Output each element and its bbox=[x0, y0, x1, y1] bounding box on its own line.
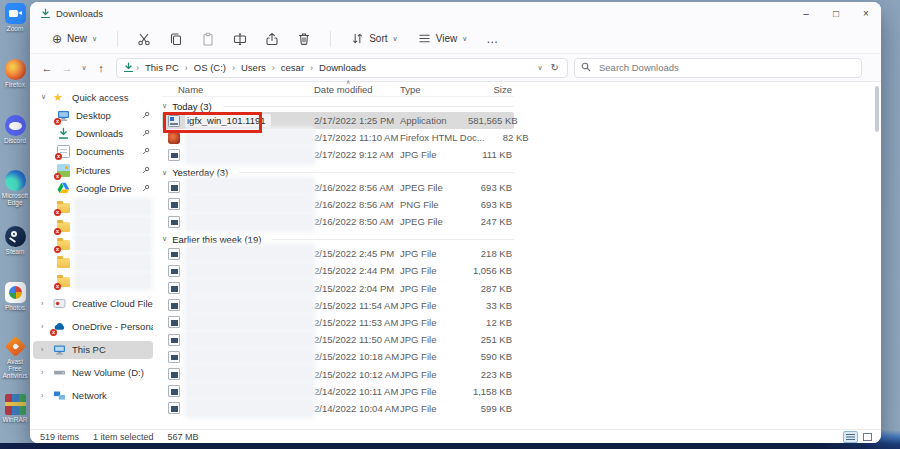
sidebar-item-new-volume[interactable]: › New Volume (D:) bbox=[33, 364, 153, 382]
file-row[interactable]: 2/15/2022 10:12 AM JPG File 223 KB bbox=[162, 365, 514, 382]
group-header-earlier-this-week[interactable]: ∨ Earlier this week (19) bbox=[162, 233, 514, 245]
sidebar-item-desktop[interactable]: x Desktop bbox=[33, 106, 153, 124]
back-button[interactable]: ← bbox=[38, 62, 56, 74]
sidebar-item-downloads[interactable]: Downloads bbox=[33, 124, 153, 142]
shortcut-steam[interactable]: Steam bbox=[0, 226, 30, 255]
rename-button[interactable] bbox=[226, 28, 254, 50]
column-date-modified[interactable]: ∧ Date modified bbox=[314, 84, 400, 95]
copy-button[interactable] bbox=[162, 28, 190, 50]
shortcut-discord[interactable]: Discord bbox=[0, 115, 30, 144]
group-header-today[interactable]: ∨ Today (3) bbox=[162, 100, 514, 112]
sidebar-item-redacted-folder[interactable] bbox=[33, 253, 153, 271]
shortcut-photos[interactable]: Photos bbox=[0, 282, 30, 311]
redacted-label bbox=[76, 236, 150, 251]
share-button[interactable] bbox=[258, 28, 286, 50]
sidebar-item-this-pc[interactable]: › This PC bbox=[33, 341, 153, 359]
search-input[interactable] bbox=[574, 58, 862, 78]
chevron-expanded-icon[interactable]: ∨ bbox=[41, 93, 53, 101]
crumb-users[interactable]: Users bbox=[237, 62, 270, 73]
column-name[interactable]: Name bbox=[162, 84, 314, 95]
title-bar[interactable]: Downloads – □ × bbox=[30, 2, 881, 24]
redacted-file-name bbox=[187, 400, 313, 416]
file-type: JPG File bbox=[400, 248, 468, 259]
file-size: 1,158 KB bbox=[468, 386, 512, 397]
shortcut-avast[interactable]: Avast Free Antivirus bbox=[0, 336, 30, 379]
trash-icon bbox=[297, 32, 311, 46]
file-row[interactable]: 2/15/2022 11:53 AM JPG File 12 KB bbox=[162, 314, 514, 331]
sidebar-item-redacted-folder[interactable]: x bbox=[33, 216, 153, 234]
chevron-collapsed-icon[interactable]: › bbox=[41, 369, 53, 376]
window-title: Downloads bbox=[56, 8, 103, 19]
group-header-yesterday[interactable]: ∨ Yesterday (3) bbox=[162, 167, 514, 179]
search-box[interactable] bbox=[574, 57, 862, 78]
cut-button[interactable] bbox=[130, 28, 158, 50]
shortcut-label: Photos bbox=[5, 304, 25, 311]
recent-locations-button[interactable]: ∨ bbox=[78, 64, 90, 72]
sidebar-item-redacted-folder[interactable]: x bbox=[33, 235, 153, 253]
column-size[interactable]: Size bbox=[468, 84, 512, 95]
shortcut-edge[interactable]: Microsoft Edge bbox=[0, 170, 30, 206]
file-row[interactable]: 2/17/2022 9:12 AM JPG File 111 KB bbox=[162, 146, 514, 163]
sidebar-item-network[interactable]: › Network bbox=[33, 387, 153, 405]
crumb-cesar[interactable]: cesar bbox=[277, 62, 308, 73]
file-row[interactable]: 2/14/2022 10:04 AM JPG File 599 KB bbox=[162, 400, 514, 417]
pin-icon bbox=[141, 184, 151, 193]
sidebar-item-documents[interactable]: x Documents bbox=[33, 143, 153, 161]
forward-button[interactable]: → bbox=[58, 62, 76, 74]
file-row[interactable]: 2/15/2022 11:50 AM JPG File 251 KB bbox=[162, 331, 514, 348]
up-button[interactable]: ↑ bbox=[92, 62, 110, 74]
column-type[interactable]: Type bbox=[400, 84, 468, 95]
shortcut-firefox[interactable]: Firefox bbox=[0, 59, 30, 88]
file-row[interactable]: 2/15/2022 11:54 AM JPG File 33 KB bbox=[162, 297, 514, 314]
redacted-file-name bbox=[187, 280, 313, 296]
chevron-down-icon: ∨ bbox=[393, 35, 398, 43]
file-row[interactable]: 2/14/2022 10:11 AM JPG File 1,158 KB bbox=[162, 383, 514, 400]
file-row[interactable]: 2/15/2022 2:44 PM JPG File 1,056 KB bbox=[162, 262, 514, 279]
command-bar: ⊕ New ∨ bbox=[30, 24, 881, 54]
delete-button[interactable] bbox=[290, 28, 318, 50]
file-row-selected[interactable]: igfx_win_101.1191 2/17/2022 1:25 PM Appl… bbox=[162, 112, 514, 129]
sidebar-item-creative-cloud[interactable]: › Creative Cloud Files bbox=[33, 295, 153, 313]
view-button[interactable]: View ∨ bbox=[410, 28, 476, 49]
sidebar-item-pictures[interactable]: x Pictures bbox=[33, 161, 153, 179]
chevron-collapsed-icon[interactable]: › bbox=[41, 392, 53, 399]
crumb-this-pc[interactable]: This PC bbox=[141, 62, 183, 73]
sidebar-item-redacted-folder[interactable]: x bbox=[33, 272, 153, 290]
shortcut-winrar[interactable]: WinRAR bbox=[0, 394, 30, 423]
maximize-button[interactable]: □ bbox=[821, 2, 851, 24]
shortcut-zoom[interactable]: Zoom bbox=[0, 3, 30, 32]
sidebar-item-redacted-folder[interactable]: x bbox=[33, 198, 153, 216]
file-row[interactable]: 2/16/2022 8:56 AM PNG File 693 KB bbox=[162, 196, 514, 213]
refresh-button[interactable]: ↻ bbox=[549, 62, 561, 73]
file-row[interactable]: 2/16/2022 8:56 AM JPEG File 693 KB bbox=[162, 179, 514, 196]
crumb-downloads[interactable]: Downloads bbox=[315, 62, 370, 73]
crumb-os-c[interactable]: OS (C:) bbox=[190, 62, 230, 73]
file-row[interactable]: 2/15/2022 2:04 PM JPG File 287 KB bbox=[162, 280, 514, 297]
window-tab[interactable]: Downloads bbox=[40, 8, 103, 19]
more-options-button[interactable]: … bbox=[479, 28, 506, 50]
details-view-button[interactable] bbox=[843, 431, 858, 443]
chevron-collapsed-icon[interactable]: › bbox=[41, 346, 53, 353]
sidebar-item-google-drive[interactable]: Google Drive bbox=[33, 180, 153, 198]
file-row[interactable]: 2/16/2022 8:50 AM JPEG File 247 KB bbox=[162, 213, 514, 230]
close-button[interactable]: × bbox=[851, 2, 881, 24]
breadcrumb[interactable]: › This PC › OS (C:) › Users › cesar › Do… bbox=[116, 58, 568, 78]
minimize-button[interactable]: – bbox=[791, 2, 821, 24]
sidebar-item-quick-access[interactable]: ∨ ★ Quick access bbox=[33, 88, 153, 106]
sort-button[interactable]: Sort ∨ bbox=[343, 28, 405, 49]
paste-button[interactable] bbox=[194, 28, 222, 50]
file-date: 2/14/2022 10:04 AM bbox=[314, 403, 400, 414]
file-row[interactable]: 2/17/2022 11:10 AM Firefox HTML Doc... 8… bbox=[162, 129, 514, 146]
chevron-down-icon: ∨ bbox=[92, 35, 97, 43]
chevron-collapsed-icon[interactable]: › bbox=[41, 300, 53, 307]
image-file-icon bbox=[168, 216, 180, 228]
scrollbar-thumb[interactable] bbox=[875, 86, 879, 132]
redacted-file-name bbox=[187, 179, 313, 195]
share-icon bbox=[265, 32, 279, 46]
file-row[interactable]: 2/15/2022 10:18 AM JPG File 590 KB bbox=[162, 348, 514, 365]
sidebar-item-onedrive[interactable]: › x OneDrive - Personal bbox=[33, 318, 153, 336]
file-row[interactable]: 2/15/2022 2:45 PM JPG File 218 KB bbox=[162, 245, 514, 262]
address-dropdown-button[interactable]: ∨ bbox=[533, 64, 546, 72]
thumbnails-view-button[interactable] bbox=[860, 431, 875, 443]
new-button[interactable]: ⊕ New ∨ bbox=[44, 28, 105, 50]
